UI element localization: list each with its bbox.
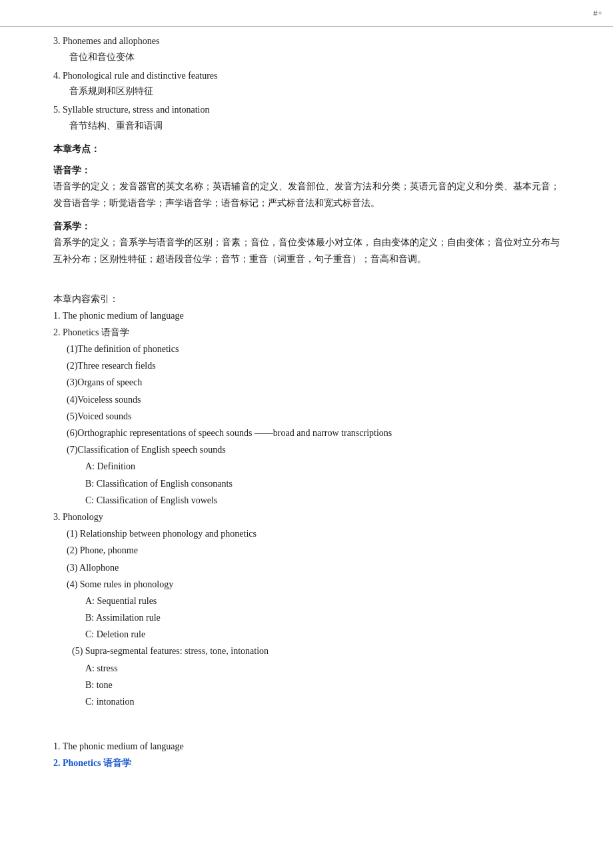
toc-item-3[interactable]: 3. Phonology (53, 509, 560, 525)
bottom-item1-text: 1. The phonic medium of language (53, 741, 184, 751)
toc-3-sub4-b[interactable]: B: Assimilation rule (53, 609, 560, 626)
toc-2-sub1[interactable]: (1)The definition of phonetics (53, 341, 560, 357)
outline-item-3: 3. Phonemes and allophones 音位和音位变体 (53, 33, 560, 65)
toc-3-sub5-c[interactable]: C: intonation (53, 693, 560, 710)
toc-2-sub6[interactable]: (6)Orthographic representations of speec… (53, 425, 560, 441)
toc-3-sub2[interactable]: (2) Phone, phonme (53, 542, 560, 559)
toc-item-2[interactable]: 2. Phonetics 语音学 (53, 324, 560, 341)
toc-2-sub5[interactable]: (5)Voiced sounds (53, 408, 560, 425)
bottom-section: 1. The phonic medium of language 2. Phon… (53, 726, 560, 771)
notes-para2: 音系学的定义；音系学与语音学的区别；音素；音位，音位变体最小对立体，自由变体的定… (53, 234, 560, 267)
toc-2-sub3[interactable]: (3)Organs of speech (53, 374, 560, 391)
outline-item-3-number: 3. (53, 36, 63, 46)
outline-item-5-text: Syllable structure, stress and intonatio… (63, 105, 209, 115)
outline-item-5-number: 5. (53, 105, 63, 115)
bottom-item1[interactable]: 1. The phonic medium of language (53, 738, 560, 755)
toc-3-sub5[interactable]: (5) Supra-segmental features: stress, to… (53, 643, 560, 659)
toc-2-sub7-c[interactable]: C: Classification of English vowels (53, 492, 560, 509)
outline-item-4-text: Phonological rule and distinctive featur… (63, 71, 218, 81)
outline-item-5-subtitle: 音节结构、重音和语调 (53, 118, 560, 134)
toc-2-sub2[interactable]: (2)Three research fields (53, 357, 560, 374)
toc-3-sub1[interactable]: (1) Relationship between phonology and p… (53, 525, 560, 542)
notes-header1: 本章考点： (53, 143, 560, 155)
outline-item-4-number: 4. (53, 71, 63, 81)
toc-item-1[interactable]: 1. The phonic medium of language (53, 307, 560, 324)
toc-item-3-text: 3. Phonology (53, 512, 103, 522)
notes-para1: 语音学的定义；发音器官的英文名称；英语辅音的定义、发音部位、发音方法和分类；英语… (53, 178, 560, 211)
toc-2-sub7-a[interactable]: A: Definition (53, 458, 560, 475)
outline-item-4-title: 4. Phonological rule and distinctive fea… (53, 68, 560, 84)
outline-item-5-title: 5. Syllable structure, stress and intona… (53, 102, 560, 118)
toc-item-2-text: 2. Phonetics 语音学 (53, 327, 129, 337)
outline-item-4: 4. Phonological rule and distinctive fea… (53, 68, 560, 100)
toc-3-sub4-c[interactable]: C: Deletion rule (53, 626, 560, 643)
outline-item-3-title: 3. Phonemes and allophones (53, 33, 560, 49)
outline-item-3-text: Phonemes and allophones (63, 36, 159, 46)
toc-3-sub5-b[interactable]: B: tone (53, 677, 560, 693)
toc-2-sub7[interactable]: (7)Classification of English speech soun… (53, 441, 560, 458)
toc-header: 本章内容索引： (53, 291, 560, 307)
toc-3-sub5-a[interactable]: A: stress (53, 660, 560, 677)
toc-2-sub7-b[interactable]: B: Classification of English consonants (53, 475, 560, 492)
toc-section: 本章内容索引： 1. The phonic medium of language… (53, 291, 560, 711)
divider2 (53, 726, 560, 738)
divider1 (53, 272, 560, 284)
toc-3-sub4-a[interactable]: A: Sequential rules (53, 593, 560, 609)
bottom-item2[interactable]: 2. Phonetics 语音学 (53, 755, 560, 771)
toc-3-sub4[interactable]: (4) Some rules in phonology (53, 576, 560, 593)
top-bar-label: #+ (593, 8, 602, 19)
main-content: 3. Phonemes and allophones 音位和音位变体 4. Ph… (0, 0, 613, 812)
bottom-item2-link[interactable]: 2. Phonetics 语音学 (53, 758, 131, 768)
top-bar: #+ (0, 0, 613, 27)
notes-header2: 语音学： (53, 165, 560, 177)
toc-item-1-text: 1. The phonic medium of language (53, 311, 184, 321)
outline-item-3-subtitle: 音位和音位变体 (53, 49, 560, 65)
notes-header3: 音系学： (53, 221, 560, 233)
toc-3-sub3[interactable]: (3) Allophone (53, 559, 560, 576)
toc-2-sub4[interactable]: (4)Voiceless sounds (53, 391, 560, 408)
outline-item-4-subtitle: 音系规则和区别特征 (53, 83, 560, 99)
outline-item-5: 5. Syllable structure, stress and intona… (53, 102, 560, 134)
